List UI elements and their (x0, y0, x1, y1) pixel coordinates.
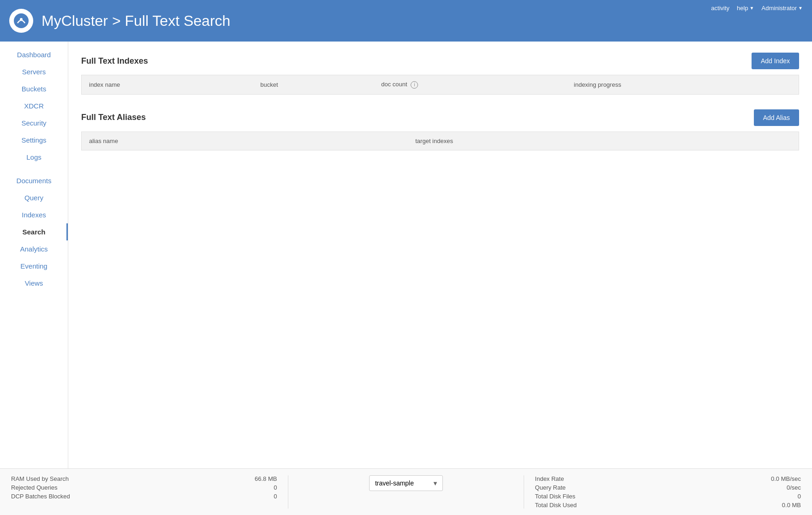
footer-stat-query-rate-label: Query Rate (535, 484, 566, 491)
sidebar-item-dashboard[interactable]: Dashboard (0, 46, 68, 63)
col-target-indexes: target indexes (408, 132, 799, 150)
aliases-section-header: Full Text Aliases Add Alias (81, 109, 799, 126)
bucket-select[interactable]: travel-sample (369, 475, 443, 491)
sidebar-item-eventing[interactable]: Eventing (0, 258, 68, 275)
footer-stat-query-rate: Query Rate 0/sec (535, 484, 801, 491)
footer-stat-index-rate-label: Index Rate (535, 475, 564, 482)
footer-divider-left (288, 475, 288, 509)
footer-stat-rejected: Rejected Queries 0 (11, 484, 277, 491)
indexes-section-title: Full Text Indexes (81, 56, 148, 66)
footer-stat-index-rate-value: 0.0 MB/sec (771, 475, 801, 482)
footer-stat-disk-files: Total Disk Files 0 (535, 493, 801, 500)
page-title: MyCluster > Full Text Search (42, 12, 230, 30)
footer-stat-index-rate: Index Rate 0.0 MB/sec (535, 475, 801, 482)
footer-bucket-select-wrapper: travel-sample ▼ (299, 475, 512, 491)
footer-stats-left: RAM Used by Search 66.8 MB Rejected Quer… (11, 475, 277, 500)
footer-stat-rejected-value: 0 (274, 484, 277, 491)
footer-stat-disk-used-label: Total Disk Used (535, 502, 577, 509)
footer-stat-disk-used: Total Disk Used 0.0 MB (535, 502, 801, 509)
sidebar: Dashboard Servers Buckets XDCR Security … (0, 42, 68, 468)
footer-stat-rejected-label: Rejected Queries (11, 484, 57, 491)
sidebar-item-search[interactable]: Search (0, 223, 68, 240)
sidebar-item-analytics[interactable]: Analytics (0, 240, 68, 258)
footer-divider-right (524, 475, 524, 509)
footer-stat-query-rate-value: 0/sec (787, 484, 801, 491)
admin-caret-icon: ▼ (798, 6, 803, 11)
footer-stat-disk-files-label: Total Disk Files (535, 493, 575, 500)
aliases-section-title: Full Text Aliases (81, 113, 146, 122)
sidebar-item-views[interactable]: Views (0, 275, 68, 292)
footer-stat-dcp-label: DCP Batches Blocked (11, 493, 70, 500)
indexes-table-header-row: index name bucket doc count i indexing p… (82, 75, 799, 95)
help-menu[interactable]: help ▼ (737, 5, 754, 12)
footer-stat-disk-used-value: 0.0 MB (782, 502, 801, 509)
indexes-table: index name bucket doc count i indexing p… (81, 75, 799, 95)
main-content: Full Text Indexes Add Index index name b… (68, 42, 812, 468)
aliases-table-header-row: alias name target indexes (82, 132, 799, 150)
footer-stat-disk-files-value: 0 (798, 493, 801, 500)
sidebar-item-indexes[interactable]: Indexes (0, 206, 68, 223)
col-doc-count: doc count i (374, 75, 566, 95)
logo (9, 9, 33, 33)
top-nav-right: activity help ▼ Administrator ▼ (711, 5, 803, 12)
footer-stat-dcp-value: 0 (274, 493, 277, 500)
sidebar-item-query[interactable]: Query (0, 189, 68, 206)
footer-stat-ram: RAM Used by Search 66.8 MB (11, 475, 277, 482)
col-indexing-progress: indexing progress (567, 75, 799, 95)
sidebar-item-buckets[interactable]: Buckets (0, 80, 68, 97)
activity-link[interactable]: activity (711, 5, 729, 12)
footer-stats-right: Index Rate 0.0 MB/sec Query Rate 0/sec T… (535, 475, 801, 509)
sidebar-item-xdcr[interactable]: XDCR (0, 97, 68, 114)
footer-stat-dcp: DCP Batches Blocked 0 (11, 493, 277, 500)
footer: RAM Used by Search 66.8 MB Rejected Quer… (0, 468, 812, 515)
aliases-table: alias name target indexes (81, 132, 799, 150)
add-alias-button[interactable]: Add Alias (754, 109, 799, 126)
sidebar-item-servers[interactable]: Servers (0, 63, 68, 80)
sidebar-item-settings[interactable]: Settings (0, 132, 68, 149)
col-bucket: bucket (253, 75, 374, 95)
col-alias-name: alias name (82, 132, 408, 150)
admin-menu[interactable]: Administrator ▼ (762, 5, 803, 12)
main-layout: Dashboard Servers Buckets XDCR Security … (0, 42, 812, 468)
top-navbar: activity help ▼ Administrator ▼ MyCluste… (0, 0, 812, 42)
add-index-button[interactable]: Add Index (752, 53, 799, 69)
svg-point-1 (20, 18, 23, 21)
indexes-section-header: Full Text Indexes Add Index (81, 53, 799, 69)
footer-stat-ram-label: RAM Used by Search (11, 475, 69, 482)
col-index-name: index name (82, 75, 253, 95)
bucket-select-container: travel-sample ▼ (369, 475, 443, 491)
sidebar-item-documents[interactable]: Documents (0, 172, 68, 189)
footer-stat-ram-value: 66.8 MB (255, 475, 277, 482)
doc-count-info-icon[interactable]: i (411, 81, 418, 89)
sidebar-item-logs[interactable]: Logs (0, 149, 68, 166)
sidebar-item-security[interactable]: Security (0, 114, 68, 132)
help-caret-icon: ▼ (750, 6, 754, 11)
